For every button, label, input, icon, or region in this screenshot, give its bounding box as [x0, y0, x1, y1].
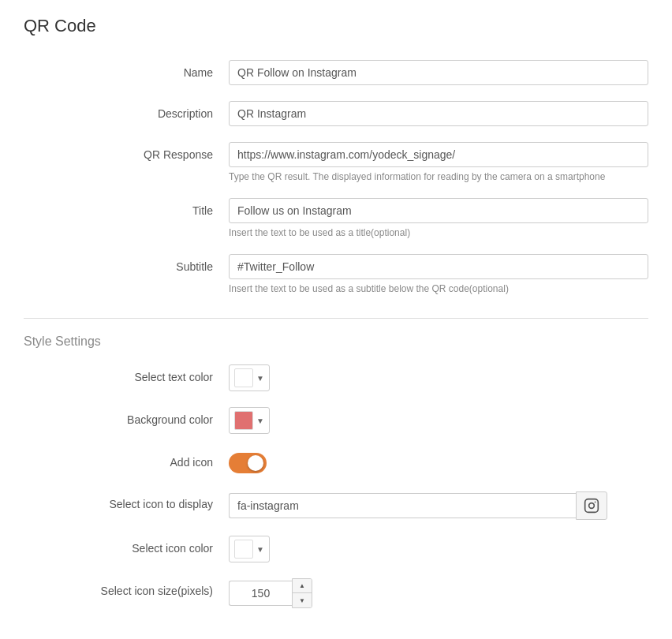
qr-response-field: Type the QR result. The displayed inform… — [229, 142, 648, 182]
icon-color-swatch — [234, 540, 253, 559]
page-title: QR Code — [24, 16, 648, 36]
qr-response-hint: Type the QR result. The displayed inform… — [229, 171, 648, 182]
icon-size-down-button[interactable]: ▼ — [293, 593, 312, 607]
icon-size-arrows: ▲ ▼ — [292, 578, 312, 608]
subtitle-input[interactable] — [229, 254, 648, 279]
name-field — [229, 60, 648, 85]
bg-color-label: Background color — [24, 407, 229, 426]
bg-color-arrow-icon: ▼ — [256, 417, 264, 425]
select-icon-label: Select icon to display — [24, 491, 229, 510]
instagram-icon — [584, 498, 599, 514]
add-icon-field — [229, 450, 648, 476]
bg-color-field: ▼ — [229, 407, 648, 434]
text-color-picker[interactable]: ▼ — [229, 364, 270, 391]
text-color-arrow-icon: ▼ — [256, 374, 264, 383]
description-label: Description — [24, 101, 229, 120]
toggle-thumb — [248, 455, 263, 471]
name-group: Name — [24, 60, 648, 85]
name-label: Name — [24, 60, 229, 79]
text-color-swatch — [234, 368, 253, 387]
icon-size-spinner: ▲ ▼ — [229, 578, 648, 608]
icon-size-input[interactable] — [229, 581, 292, 606]
add-icon-toggle-container — [229, 450, 267, 473]
icon-color-group: Select icon color ▼ — [24, 536, 648, 562]
bg-color-picker[interactable]: ▼ — [229, 407, 270, 434]
title-input[interactable] — [229, 198, 648, 223]
svg-rect-0 — [585, 499, 599, 513]
title-group: Title Insert the text to be used as a ti… — [24, 198, 648, 238]
style-settings-title: Style Settings — [24, 334, 648, 349]
title-field: Insert the text to be used as a title(op… — [229, 198, 648, 238]
description-group: Description — [24, 101, 648, 126]
icon-input[interactable] — [229, 493, 576, 518]
add-icon-toggle[interactable] — [229, 453, 267, 473]
subtitle-field: Insert the text to be used as a subtitle… — [229, 254, 648, 294]
icon-color-picker[interactable]: ▼ — [229, 536, 270, 562]
subtitle-label: Subtitle — [24, 254, 229, 273]
title-hint: Insert the text to be used as a title(op… — [229, 227, 648, 238]
text-color-field: ▼ — [229, 364, 648, 391]
icon-size-field: ▲ ▼ — [229, 578, 648, 608]
qr-response-input[interactable] — [229, 142, 648, 167]
icon-size-label: Select icon size(pixels) — [24, 578, 229, 597]
description-input[interactable] — [229, 101, 648, 126]
icon-size-up-button[interactable]: ▲ — [293, 579, 312, 593]
icon-preview-box — [576, 491, 607, 520]
title-label: Title — [24, 198, 229, 217]
add-icon-label: Add icon — [24, 450, 229, 469]
description-field — [229, 101, 648, 126]
svg-point-1 — [589, 503, 595, 509]
qr-response-group: QR Response Type the QR result. The disp… — [24, 142, 648, 182]
text-color-group: Select text color ▼ — [24, 364, 648, 391]
icon-color-field: ▼ — [229, 536, 648, 562]
select-icon-field — [229, 491, 648, 520]
select-icon-group: Select icon to display — [24, 491, 648, 520]
subtitle-group: Subtitle Insert the text to be used as a… — [24, 254, 648, 294]
name-input[interactable] — [229, 60, 648, 85]
section-divider — [24, 318, 648, 319]
qr-response-label: QR Response — [24, 142, 229, 161]
icon-color-arrow-icon: ▼ — [256, 545, 264, 554]
icon-size-group: Select icon size(pixels) ▲ ▼ — [24, 578, 648, 608]
svg-point-2 — [595, 502, 596, 503]
icon-input-group — [229, 491, 607, 520]
icon-color-label: Select icon color — [24, 536, 229, 555]
bg-color-group: Background color ▼ — [24, 407, 648, 434]
add-icon-group: Add icon — [24, 450, 648, 476]
subtitle-hint: Insert the text to be used as a subtitle… — [229, 283, 648, 294]
text-color-label: Select text color — [24, 364, 229, 383]
bg-color-swatch — [234, 411, 253, 430]
